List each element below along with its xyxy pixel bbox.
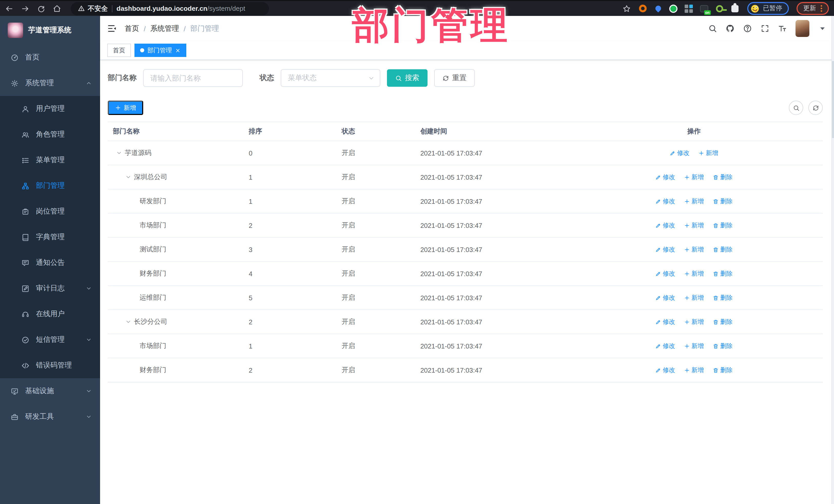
search-button[interactable]: 搜索	[387, 69, 427, 87]
table-row: 深圳总公司1开启2021-01-05 17:03:47修改新增删除	[108, 165, 823, 189]
delete-link[interactable]: 删除	[713, 366, 732, 374]
add-link[interactable]: 新增	[684, 221, 704, 230]
bookmark-star-icon[interactable]	[622, 4, 631, 13]
github-icon[interactable]	[726, 24, 734, 33]
delete-link[interactable]: 删除	[713, 221, 732, 230]
add-link[interactable]: 新增	[684, 366, 704, 374]
dark-extension-icon[interactable]: on	[700, 4, 708, 13]
green-key-extension-icon[interactable]	[715, 4, 724, 13]
green-check-extension-icon[interactable]	[669, 4, 678, 13]
delete-link[interactable]: 删除	[713, 293, 732, 302]
breadcrumb-system[interactable]: 系统管理	[150, 24, 179, 33]
reset-button[interactable]: 重置	[434, 69, 475, 87]
sidebar-item-audit-log[interactable]: 审计日志	[0, 276, 100, 301]
app-logo-row[interactable]: 芋道管理系统	[0, 16, 100, 45]
sidebar-item-sms[interactable]: 短信管理	[0, 327, 100, 353]
profile-paused-chip[interactable]: 已暂停	[747, 2, 789, 15]
sidebar-item-menus[interactable]: 菜单管理	[0, 147, 100, 173]
delete-link[interactable]: 删除	[713, 269, 732, 278]
edit-link[interactable]: 修改	[670, 149, 689, 157]
help-icon[interactable]	[743, 24, 752, 33]
fullscreen-icon[interactable]	[761, 24, 769, 33]
add-dept-button[interactable]: 新增	[108, 101, 143, 115]
home-icon[interactable]	[53, 4, 61, 13]
reload-icon[interactable]	[37, 4, 45, 13]
sort-cell: 4	[243, 262, 336, 286]
add-link[interactable]: 新增	[684, 173, 704, 181]
sidebar-item-online-users[interactable]: 在线用户	[0, 301, 100, 327]
action-label: 修改	[663, 221, 675, 230]
chrome-update-button[interactable]: 更新	[796, 2, 829, 15]
sidebar-item-home[interactable]: 首页	[0, 45, 100, 70]
refresh-table-button[interactable]	[808, 101, 823, 115]
divider	[112, 5, 112, 12]
blue-pin-extension-icon[interactable]	[654, 4, 662, 13]
sidebar-item-system[interactable]: 系统管理	[0, 70, 100, 96]
created-time-cell: 2021-01-05 17:03:47	[415, 141, 565, 165]
close-icon[interactable]	[175, 47, 181, 53]
security-status[interactable]: 不安全	[78, 4, 108, 13]
reset-button-label: 重置	[452, 73, 466, 83]
breadcrumb-home[interactable]: 首页	[125, 24, 139, 33]
sidebar-item-dev-tools[interactable]: 研发工具	[0, 404, 100, 430]
sidebar-item-users[interactable]: 用户管理	[0, 96, 100, 122]
sidebar-collapse-icon[interactable]	[107, 24, 117, 34]
dept-name-cell: 财务部门	[108, 262, 243, 286]
caret-down-icon[interactable]	[818, 24, 827, 33]
font-size-icon[interactable]	[778, 24, 787, 33]
edit-link[interactable]: 修改	[655, 366, 675, 374]
sidebar-item-roles[interactable]: 角色管理	[0, 122, 100, 147]
dept-name-input[interactable]	[143, 69, 243, 87]
search-icon[interactable]	[708, 24, 717, 33]
col-dept-name: 部门名称	[108, 122, 243, 141]
sidebar-item-depts[interactable]: 部门管理	[0, 173, 100, 199]
grid-extension-icon[interactable]	[684, 4, 693, 13]
sidebar-item-posts[interactable]: 岗位管理	[0, 199, 100, 224]
delete-link[interactable]: 删除	[713, 317, 732, 326]
sidebar-item-infra[interactable]: 基础设施	[0, 378, 100, 404]
sidebar-item-notices[interactable]: 通知公告	[0, 250, 100, 276]
scrollbar-thumb[interactable]	[832, 61, 834, 138]
add-link[interactable]: 新增	[684, 245, 704, 254]
action-label: 新增	[691, 342, 704, 350]
add-link[interactable]: 新增	[699, 149, 718, 157]
orange-ring-extension-icon[interactable]	[638, 4, 647, 13]
delete-link[interactable]: 删除	[713, 197, 732, 205]
user-avatar[interactable]	[795, 20, 809, 37]
edit-link[interactable]: 修改	[655, 245, 675, 254]
page-scrollbar[interactable]	[831, 16, 834, 504]
kebab-menu-icon[interactable]	[821, 5, 822, 12]
delete-link[interactable]: 删除	[713, 342, 732, 350]
edit-link[interactable]: 修改	[655, 221, 675, 230]
trash-icon	[713, 222, 719, 228]
action-label: 新增	[691, 245, 704, 254]
expand-arrow-icon[interactable]	[116, 150, 122, 156]
edit-link[interactable]: 修改	[655, 173, 675, 181]
show-search-toggle-button[interactable]	[789, 101, 803, 115]
puzzle-extension-icon[interactable]	[730, 4, 739, 13]
edit-link[interactable]: 修改	[655, 342, 675, 350]
delete-link[interactable]: 删除	[713, 245, 732, 254]
sidebar-item-error-codes[interactable]: 错误码管理	[0, 353, 100, 378]
status-select[interactable]: 菜单状态	[281, 69, 380, 87]
edit-link[interactable]: 修改	[655, 317, 675, 326]
add-link[interactable]: 新增	[684, 317, 704, 326]
edit-link[interactable]: 修改	[655, 293, 675, 302]
add-link[interactable]: 新增	[684, 269, 704, 278]
edit-link[interactable]: 修改	[655, 269, 675, 278]
delete-link[interactable]: 删除	[713, 173, 732, 181]
forward-arrow-icon[interactable]	[21, 4, 29, 13]
expand-arrow-icon[interactable]	[125, 319, 131, 325]
sidebar-item-label: 审计日志	[36, 284, 79, 293]
add-link[interactable]: 新增	[684, 342, 704, 350]
back-arrow-icon[interactable]	[5, 4, 13, 13]
search-icon	[793, 105, 799, 111]
address-bar[interactable]: 不安全 dashboard.yudao.iocoder.cn/system/de…	[71, 2, 269, 15]
sidebar-item-dicts[interactable]: 字典管理	[0, 224, 100, 250]
tab-dept-management[interactable]: 部门管理	[134, 44, 186, 57]
add-link[interactable]: 新增	[684, 293, 704, 302]
edit-link[interactable]: 修改	[655, 197, 675, 205]
add-link[interactable]: 新增	[684, 197, 704, 205]
expand-arrow-icon[interactable]	[125, 174, 131, 180]
tab-home[interactable]: 首页	[107, 44, 131, 57]
